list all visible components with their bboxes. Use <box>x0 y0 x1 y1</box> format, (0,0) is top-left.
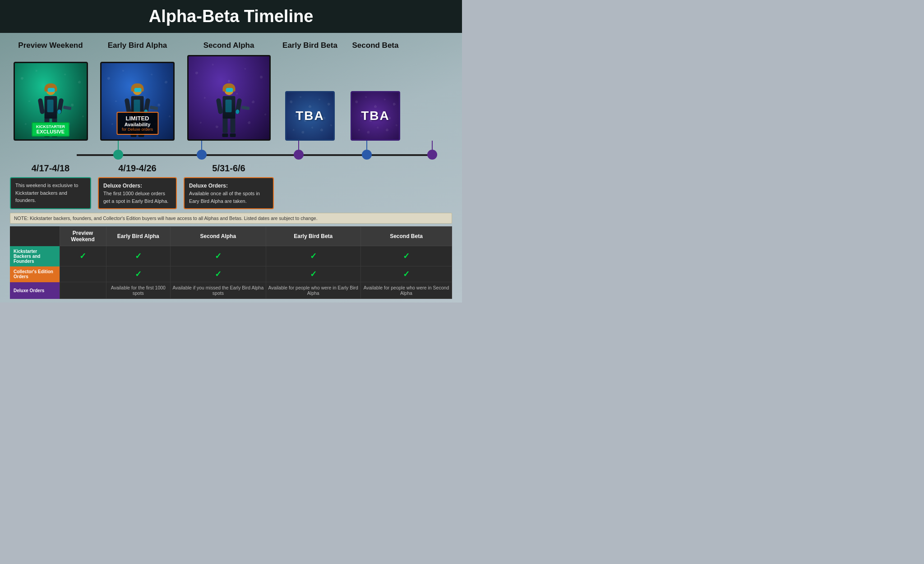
table-cell-col-ebbeta: ✓ <box>266 266 360 282</box>
table-cell-ks-ebbeta: ✓ <box>266 246 360 266</box>
table-row-collector: Collector's Edition Orders ✓ ✓ ✓ ✓ <box>10 266 452 282</box>
phase-image-secondbeta: TBA <box>351 91 400 141</box>
infobox-second: Deluxe Orders: Available once all of the… <box>184 177 274 209</box>
table-header-preview: Preview Weekend <box>60 227 106 246</box>
table-cell-ks-second: ✓ <box>171 246 266 266</box>
page-header: Alpha-Beta Timeline <box>0 0 462 33</box>
page-root: Alpha-Beta Timeline Preview Weekend Earl… <box>0 0 462 303</box>
table-label-ks: Kickstarter Backers and Founders <box>10 246 60 266</box>
table-cell-col-preview <box>60 266 106 282</box>
dot-preview <box>113 150 123 160</box>
main-body: Preview Weekend Early Bird Alpha Second … <box>0 33 462 303</box>
date-earlybird: 4/19-4/26 <box>98 163 177 174</box>
table-label-collector: Collector's Edition Orders <box>10 266 60 282</box>
kickstarter-badge: KICKSTARTER EXCLUSIVE <box>32 122 69 137</box>
table-cell-dlx-earlybird: Available for the first 1000 spots <box>106 282 171 299</box>
date-preview: 4/17-4/18 <box>10 163 91 174</box>
infobox-secondbeta <box>346 177 405 209</box>
table-row-ks: Kickstarter Backers and Founders ✓ ✓ ✓ ✓… <box>10 246 452 266</box>
phase-image-earlybird: LIMITED Availability for Deluxe orders <box>100 62 175 141</box>
tba-label-ebbeta: TBA <box>296 109 324 123</box>
table-header-ebbeta: Early Bird Beta <box>266 227 360 246</box>
table-label-deluxe: Deluxe Orders <box>10 282 60 299</box>
phase-title-earlybird: Early Bird Alpha <box>98 41 177 53</box>
table-cell-ks-earlybird: ✓ <box>106 246 171 266</box>
table-header-row: Preview Weekend Early Bird Alpha Second … <box>10 227 452 246</box>
table-cell-col-secondbeta: ✓ <box>360 266 452 282</box>
table-header-empty <box>10 227 60 246</box>
date-ebbeta <box>281 163 339 174</box>
timeline-grid: Preview Weekend Early Bird Alpha Second … <box>10 41 452 141</box>
phase-title-second: Second Alpha <box>184 41 274 53</box>
table-cell-dlx-ebbeta: Available for people who were in Early B… <box>266 282 360 299</box>
table-header-second: Second Alpha <box>171 227 266 246</box>
dot-secondbeta <box>427 150 437 160</box>
table-header-secondbeta: Second Beta <box>360 227 452 246</box>
page-title: Alpha-Beta Timeline <box>0 7 462 26</box>
timeline-horizontal-line <box>77 154 435 156</box>
table-cell-col-second: ✓ <box>171 266 266 282</box>
date-secondbeta <box>346 163 405 174</box>
table-cell-dlx-preview <box>60 282 106 299</box>
phase-title-secondbeta: Second Beta <box>346 41 405 53</box>
infobox-preview: This weekend is exclusive to Kickstarter… <box>10 177 91 209</box>
img-wrap-second <box>184 53 274 141</box>
img-wrap-secondbeta: TBA <box>346 53 405 141</box>
dot-earlybird <box>197 150 207 160</box>
table-cell-dlx-second: Available if you missed the Early Bird A… <box>171 282 266 299</box>
table-row-deluxe: Deluxe Orders Available for the first 10… <box>10 282 452 299</box>
timeline-connector-area <box>10 141 452 163</box>
phase-title-ebbeta: Early Bird Beta <box>281 41 339 53</box>
img-wrap-ebbeta: TBA <box>281 53 339 141</box>
limited-badge: LIMITED Availability for Deluxe orders <box>116 112 158 135</box>
phase-image-ebbeta: TBA <box>285 91 335 141</box>
table-cell-dlx-secondbeta: Available for people who were in Second … <box>360 282 452 299</box>
character-second <box>214 86 244 137</box>
infobox-earlybird: Deluxe Orders: The first 1000 deluxe ord… <box>98 177 177 209</box>
table-cell-col-earlybird: ✓ <box>106 266 171 282</box>
access-table: Preview Weekend Early Bird Alpha Second … <box>10 226 452 299</box>
dot-second <box>294 150 304 160</box>
note-strip: NOTE: Kickstarter backers, founders, and… <box>10 213 452 224</box>
img-wrap-preview: KICKSTARTER EXCLUSIVE <box>10 53 91 141</box>
table-cell-ks-secondbeta: ✓ <box>360 246 452 266</box>
phase-title-preview: Preview Weekend <box>10 41 91 53</box>
infobox-row: This weekend is exclusive to Kickstarter… <box>10 177 452 209</box>
tba-label-secondbeta: TBA <box>361 109 390 123</box>
dot-ebbeta <box>362 150 372 160</box>
infobox-ebbeta <box>281 177 339 209</box>
phase-image-preview: KICKSTARTER EXCLUSIVE <box>14 62 88 141</box>
date-second: 5/31-6/6 <box>184 163 274 174</box>
table-cell-ks-preview: ✓ <box>60 246 106 266</box>
img-wrap-earlybird: LIMITED Availability for Deluxe orders <box>98 53 177 141</box>
table-header-earlybird: Early Bird Alpha <box>106 227 171 246</box>
phase-image-second <box>187 55 271 141</box>
dates-row: 4/17-4/18 4/19-4/26 5/31-6/6 <box>10 163 452 174</box>
